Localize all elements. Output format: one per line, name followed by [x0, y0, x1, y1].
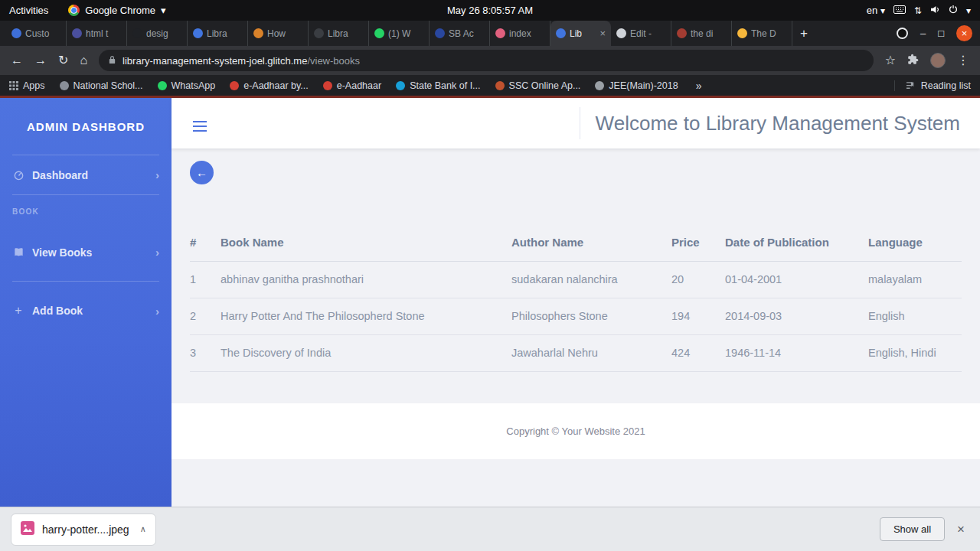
main-area: Welcome to Library Management System ← #… — [172, 98, 980, 507]
tab-label: How — [267, 28, 302, 39]
sidebar-item-dashboard[interactable]: Dashboard › — [0, 155, 172, 194]
tab-label: The D — [751, 28, 786, 39]
browser-tab-active[interactable]: Lib × — [550, 21, 611, 46]
power-icon[interactable] — [949, 5, 958, 16]
new-tab-button[interactable]: + — [800, 26, 808, 41]
download-indicator-icon[interactable] — [897, 28, 908, 39]
back-circle-button[interactable]: ← — [190, 161, 214, 184]
cell-date: 1946-11-14 — [725, 334, 868, 371]
bookmark-star-icon[interactable]: ☆ — [885, 54, 896, 67]
bookmark-item[interactable]: National Schol... — [60, 80, 143, 91]
page-title: Welcome to Library Management System — [580, 107, 960, 139]
browser-tab[interactable]: Custo — [6, 21, 67, 46]
sidebar-toggle-button[interactable] — [193, 116, 207, 130]
page-footer: Copyright © Your Website 2021 — [172, 403, 980, 459]
sidebar-brand[interactable]: ADMIN DASHBORD — [0, 98, 172, 155]
reading-list-icon — [906, 81, 916, 90]
cell-author: sudakaran nalanchira — [511, 261, 671, 298]
bookmarks-overflow-button[interactable]: » — [696, 80, 702, 92]
tab-label: html t — [86, 28, 121, 39]
reading-list-button[interactable]: Reading list — [894, 80, 971, 91]
chevron-right-icon: › — [155, 305, 159, 318]
bookmark-label: National Schol... — [74, 80, 143, 91]
address-bar[interactable]: library-management-system-joel.glitch.me… — [99, 50, 874, 71]
tab-close-icon[interactable]: × — [599, 28, 606, 39]
window-maximize-button[interactable]: □ — [938, 28, 944, 39]
browser-tab[interactable]: (1) W — [369, 21, 430, 46]
apps-shortcut[interactable]: Apps — [9, 80, 45, 91]
browser-tab[interactable]: index — [490, 21, 550, 46]
browser-tab[interactable]: desig — [127, 21, 188, 46]
column-header-price: Price — [671, 224, 725, 261]
language-indicator[interactable]: en ▾ — [867, 5, 885, 16]
sidebar-item-add-book[interactable]: + Add Book › — [0, 291, 172, 331]
volume-icon[interactable] — [930, 5, 940, 16]
refresh-button[interactable]: ↻ — [58, 54, 68, 67]
admin-sidebar: ADMIN DASHBORD Dashboard › BOOK View Boo… — [0, 98, 172, 507]
chevron-down-icon[interactable]: ▾ — [966, 5, 971, 16]
hamburger-icon — [193, 126, 207, 127]
download-shelf-close-icon[interactable]: × — [957, 522, 965, 537]
cell-date: 01-04-2001 — [725, 261, 868, 298]
app-menu[interactable]: Google Chrome ▾ — [68, 5, 165, 16]
bookmark-item[interactable]: JEE(Main)-2018 — [595, 80, 678, 91]
tab-label: index — [509, 28, 544, 39]
dashboard-gauge-icon — [12, 169, 24, 181]
bookmark-item[interactable]: e-Aadhaar — [323, 80, 381, 91]
profile-avatar[interactable] — [930, 53, 946, 68]
tab-label: desig — [146, 28, 181, 39]
bookmark-favicon-icon — [495, 81, 505, 90]
browser-tab[interactable]: SB Ac — [430, 21, 490, 46]
system-top-bar: Activities Google Chrome ▾ May 26 8:05:5… — [0, 0, 980, 21]
network-arrows-icon[interactable]: ⇅ — [914, 5, 922, 16]
window-minimize-button[interactable]: – — [920, 28, 926, 39]
bookmark-item[interactable]: State Bank of I... — [396, 80, 480, 91]
forward-button[interactable]: → — [34, 54, 47, 67]
tab-favicon-icon — [435, 28, 445, 38]
apps-label: Apps — [23, 80, 45, 91]
cell-author: Jawaharlal Nehru — [511, 334, 671, 371]
clock[interactable]: May 26 8:05:57 AM — [447, 5, 533, 16]
browser-menu-icon[interactable]: ⋮ — [957, 54, 969, 67]
browser-tab[interactable]: the di — [671, 21, 732, 46]
back-button[interactable]: ← — [11, 54, 23, 67]
activities-button[interactable]: Activities — [9, 5, 48, 16]
extensions-icon[interactable] — [907, 54, 919, 68]
tab-favicon-icon — [11, 28, 21, 38]
plus-icon: + — [12, 304, 24, 318]
page-background-fill — [172, 459, 980, 507]
cell-date: 2014-09-03 — [725, 298, 868, 334]
url-domain: library-management-system-joel.glitch.me — [122, 55, 307, 67]
browser-tab[interactable]: The D — [732, 21, 792, 46]
bookmark-label: e-Aadhaar by... — [243, 80, 309, 91]
show-all-button[interactable]: Show all — [880, 517, 945, 541]
window-close-button[interactable]: × — [956, 25, 972, 41]
download-caret-icon[interactable]: ∧ — [140, 524, 146, 534]
download-item[interactable]: harry-potter....jpeg ∧ — [11, 514, 156, 546]
screen: Activities Google Chrome ▾ May 26 8:05:5… — [0, 0, 980, 551]
tab-favicon-icon — [616, 28, 626, 38]
padlock-icon[interactable] — [108, 55, 116, 67]
column-header-book-name: Book Name — [220, 224, 511, 261]
home-button[interactable]: ⌂ — [80, 54, 87, 67]
book-icon — [12, 246, 24, 258]
browser-tab[interactable]: html t — [67, 21, 127, 46]
cell-price: 20 — [671, 261, 725, 298]
sidebar-divider — [12, 281, 159, 282]
cell-author: Philosophers Stone — [511, 298, 671, 334]
tab-label: SB Ac — [449, 28, 484, 39]
bookmark-item[interactable]: WhatsApp — [158, 80, 216, 91]
browser-tab[interactable]: Libra — [188, 21, 248, 46]
browser-tab[interactable]: Libra — [309, 21, 369, 46]
bookmark-item[interactable]: SSC Online Ap... — [495, 80, 581, 91]
keyboard-icon[interactable] — [893, 5, 906, 16]
browser-tab[interactable]: Edit - — [611, 21, 671, 46]
sidebar-item-view-books[interactable]: View Books › — [0, 233, 172, 272]
table-row: 2 Harry Potter And The Philosopherd Ston… — [190, 298, 962, 334]
url-text: library-management-system-joel.glitch.me… — [122, 55, 360, 67]
browser-tab[interactable]: How — [248, 21, 309, 46]
browser-toolbar: ← → ↻ ⌂ library-management-system-joel.g… — [0, 46, 980, 75]
bookmark-item[interactable]: e-Aadhaar by... — [230, 80, 309, 91]
column-header-language: Language — [868, 224, 962, 261]
bookmark-favicon-icon — [595, 81, 604, 90]
